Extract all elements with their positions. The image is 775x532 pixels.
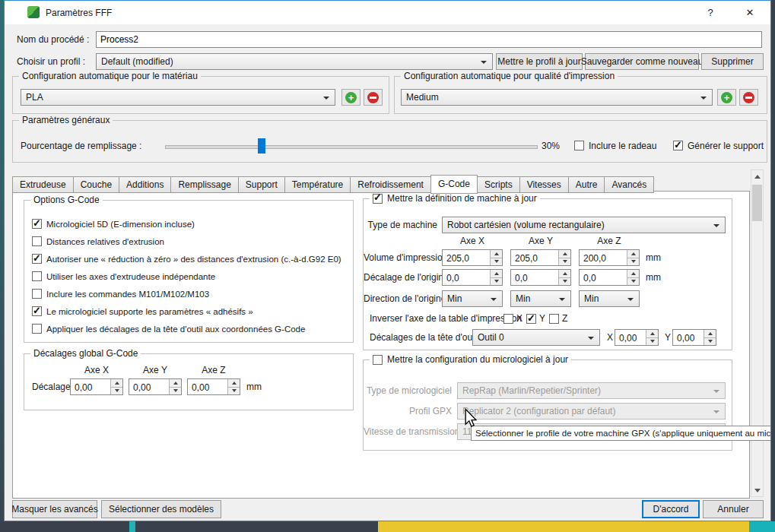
generate-support-label: Générer le support: [688, 138, 764, 154]
origin-direction-x-select[interactable]: Min: [442, 290, 503, 307]
spin-down-icon[interactable]: [627, 258, 639, 266]
toolhead-x-spinbox[interactable]: 0,00: [615, 329, 659, 346]
origin-direction-y-select[interactable]: Min: [510, 290, 571, 307]
offset-y-spinbox[interactable]: 0,00: [129, 378, 182, 395]
spin-value: 0,0: [583, 273, 596, 283]
spin-value: 0,00: [677, 333, 694, 344]
spin-up-icon[interactable]: [646, 330, 658, 337]
option-toolhead-offsets-checkbox[interactable]: [32, 324, 42, 334]
origin-offset-z-spinbox[interactable]: 0,0: [579, 269, 640, 286]
tab-refroidissement[interactable]: Refroidissement: [350, 176, 430, 193]
option-m101-checkbox[interactable]: [32, 289, 42, 299]
material-select[interactable]: PLA: [21, 89, 335, 106]
spin-up-icon[interactable]: [627, 250, 639, 258]
spin-up-icon[interactable]: [491, 270, 502, 277]
ok-button[interactable]: D'accord: [642, 500, 700, 518]
origin-offset-x-spinbox[interactable]: 0,0: [442, 269, 503, 286]
build-volume-z-spinbox[interactable]: 200,0: [579, 249, 640, 266]
flip-x-checkbox[interactable]: [503, 314, 513, 324]
spin-up-icon[interactable]: [627, 270, 639, 277]
machine-type-value: Robot cartésien (volume rectangulaire): [447, 220, 605, 230]
close-button[interactable]: ✕: [737, 1, 763, 24]
panel-scrollbar[interactable]: [751, 169, 764, 497]
tab-avances[interactable]: Avancés: [604, 176, 654, 193]
tab-gcode[interactable]: G-Code: [430, 175, 478, 194]
remove-material-button[interactable]: [364, 89, 383, 106]
spin-up-icon[interactable]: [228, 379, 240, 387]
delete-profile-button[interactable]: Supprimer: [701, 53, 764, 70]
cancel-button[interactable]: Annuler: [703, 500, 764, 518]
spin-buttons: [490, 250, 502, 265]
tab-temperature[interactable]: Température: [284, 176, 350, 193]
option-zeroing-label: Autoriser une « réduction à zéro » des d…: [46, 254, 341, 264]
include-raft-checkbox[interactable]: [574, 141, 584, 150]
background-app-bottom: [0, 521, 775, 532]
save-as-new-button[interactable]: Sauvegarder comme nouveau: [585, 53, 699, 70]
tab-autre[interactable]: Autre: [568, 176, 605, 193]
quality-select[interactable]: Medium: [401, 89, 713, 106]
toolhead-y-spinbox[interactable]: 0,00: [672, 329, 716, 346]
generate-support-checkbox[interactable]: [673, 141, 683, 150]
profile-select[interactable]: Default (modified): [96, 53, 493, 70]
slider-handle[interactable]: [258, 138, 265, 154]
machine-type-select[interactable]: Robot cartésien (volume rectangulaire): [442, 217, 726, 233]
scroll-up-icon[interactable]: [751, 170, 763, 182]
spin-up-icon[interactable]: [111, 379, 122, 387]
origin-direction-z-select[interactable]: Min: [579, 290, 640, 307]
spin-up-icon[interactable]: [704, 330, 716, 337]
option-independent-extruder-checkbox[interactable]: [32, 271, 42, 281]
include-raft-label: Inclure le radeau: [589, 138, 656, 154]
spin-down-icon[interactable]: [491, 258, 502, 266]
spin-down-icon[interactable]: [559, 258, 570, 266]
add-icon: +: [345, 92, 357, 103]
tab-extrudeuse[interactable]: Extrudeuse: [12, 176, 73, 193]
spin-up-icon[interactable]: [170, 379, 181, 387]
toolhead-x-label: X: [607, 329, 613, 346]
offset-z-spinbox[interactable]: 0,00: [187, 378, 240, 395]
build-volume-y-spinbox[interactable]: 205,0: [510, 249, 571, 266]
tab-scripts[interactable]: Scripts: [478, 176, 519, 193]
build-volume-x-spinbox[interactable]: 205,0: [442, 249, 503, 266]
tab-couche[interactable]: Couche: [73, 176, 119, 193]
flip-z-checkbox[interactable]: [549, 314, 559, 324]
help-button[interactable]: ?: [697, 1, 723, 24]
select-models-button[interactable]: Sélectionner des modèles: [101, 500, 221, 518]
spin-down-icon[interactable]: [111, 387, 122, 395]
spin-up-icon[interactable]: [559, 270, 570, 277]
option-sticky-params-checkbox[interactable]: [32, 306, 42, 316]
option-relative-distances-checkbox[interactable]: [32, 236, 42, 246]
process-name-input[interactable]: [96, 31, 762, 48]
background-teal-corner: [749, 521, 775, 532]
fff-settings-dialog: Paramètres FFF ? ✕ Nom du procédé : Choi…: [4, 0, 771, 521]
spin-up-icon[interactable]: [559, 250, 570, 258]
axis-y-header: Axe Y: [510, 236, 571, 246]
tab-remplissage[interactable]: Remplissage: [170, 176, 237, 193]
spin-up-icon[interactable]: [491, 250, 502, 258]
tab-vitesses[interactable]: Vitesses: [519, 176, 568, 193]
origin-offset-y-spinbox[interactable]: 0,0: [510, 269, 571, 286]
offset-x-spinbox[interactable]: 0,00: [70, 378, 123, 395]
flip-y-checkbox[interactable]: [526, 314, 536, 324]
spin-down-icon[interactable]: [491, 277, 502, 286]
scrollbar-thumb[interactable]: [752, 185, 762, 221]
option-zeroing-checkbox[interactable]: [32, 254, 42, 264]
tab-additions[interactable]: Additions: [119, 176, 170, 193]
spin-down-icon[interactable]: [170, 387, 181, 395]
update-profile-button[interactable]: Mettre le profil à jour: [496, 53, 583, 70]
infill-slider[interactable]: [165, 138, 538, 154]
toolhead-select[interactable]: Outil 0: [472, 329, 600, 346]
add-quality-button[interactable]: +: [717, 89, 736, 106]
spin-down-icon[interactable]: [559, 277, 570, 286]
option-5d-firmware-checkbox[interactable]: [32, 219, 42, 229]
tab-support[interactable]: Support: [238, 176, 284, 193]
spin-down-icon[interactable]: [228, 387, 240, 395]
remove-quality-button[interactable]: [739, 89, 758, 106]
spin-down-icon[interactable]: [704, 337, 716, 346]
machine-definition-checkbox[interactable]: [373, 194, 383, 204]
spin-down-icon[interactable]: [646, 337, 658, 346]
spin-down-icon[interactable]: [627, 277, 639, 286]
scroll-down-icon[interactable]: [751, 484, 763, 496]
hide-advanced-button[interactable]: Masquer les avancés: [12, 500, 97, 518]
add-material-button[interactable]: +: [341, 89, 361, 106]
firmware-config-checkbox[interactable]: [373, 355, 383, 365]
